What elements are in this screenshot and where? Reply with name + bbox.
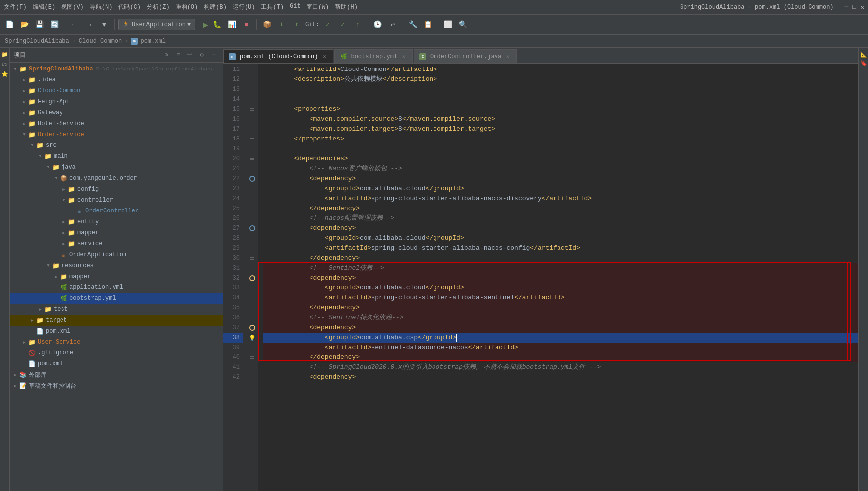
tab-pom-xml[interactable]: m pom.xml (Cloud-Common) ✕ [223, 49, 333, 63]
ln-34: 34 [223, 293, 243, 303]
tree-item-root-pom[interactable]: ▶ 📄 pom.xml [10, 358, 223, 369]
sync-button[interactable]: 🔄 [48, 18, 61, 31]
settings-gear-icon[interactable]: ⚙ [197, 50, 207, 60]
tree-item-target[interactable]: ▶ 📁 target [10, 315, 223, 326]
menu-help[interactable]: 帮助(H) [335, 3, 358, 11]
tree-item-order-app[interactable]: ▶ ☕ OrderApplication [10, 249, 223, 260]
tree-item-root[interactable]: ▼ 📁 SpringCloudAlibaba D:\GiteeWorkSpace… [10, 64, 223, 74]
tree-item-hotel[interactable]: ▶ 📁 Hotel-Service [10, 118, 223, 129]
breadcrumb-file[interactable]: m pom.xml [131, 38, 165, 45]
tree-item-gateway[interactable]: ▶ 📁 Gateway [10, 107, 223, 118]
breadcrumb-module[interactable]: Cloud-Common [79, 38, 122, 45]
tree-item-user[interactable]: ▶ 📁 User-Service [10, 337, 223, 348]
tree-item-java[interactable]: ▼ 📁 java [10, 162, 223, 173]
project-tool-icon[interactable]: 📁 [0, 50, 9, 59]
tab-order-controller[interactable]: C OrderController.java ✕ [414, 49, 517, 63]
menu-view[interactable]: 视图(V) [61, 3, 84, 11]
code-line-19 [263, 144, 858, 154]
tree-item-test[interactable]: ▶ 📁 test [10, 304, 223, 315]
breadcrumb-root[interactable]: SpringCloudAlibaba [5, 38, 69, 45]
menu-code[interactable]: 代码(C) [118, 3, 141, 11]
menu-file[interactable]: 文件(F) [4, 3, 27, 11]
tree-item-res-mapper[interactable]: ▶ 📁 mapper [10, 271, 223, 282]
tree-item-scratches[interactable]: ▶ 📝 草稿文件和控制台 [10, 380, 223, 391]
tree-item-external[interactable]: ▶ 📚 外部库 [10, 369, 223, 380]
tree-item-entity[interactable]: ▶ 📁 entity [10, 216, 223, 227]
ln-12: 12 [223, 74, 243, 84]
mapper-icon: 📁 [67, 229, 75, 237]
arrow-config: ▶ [61, 186, 67, 193]
tree-item-order-pom[interactable]: ▶ 📄 pom.xml [10, 326, 223, 337]
minimize-button[interactable]: ─ [845, 3, 849, 11]
save-button[interactable]: 💾 [33, 18, 46, 31]
tree-item-main[interactable]: ▼ 📁 main [10, 151, 223, 162]
menu-tools[interactable]: 工具(T) [261, 3, 284, 11]
new-file-button[interactable]: 📄 [3, 18, 16, 31]
menu-analyze[interactable]: 分析(Z) [147, 3, 170, 11]
update-project[interactable]: ⬇ [275, 18, 288, 31]
menu-git[interactable]: Git [290, 3, 301, 11]
open-button[interactable]: 📂 [18, 18, 31, 31]
menu-window[interactable]: 窗口(W) [307, 3, 329, 11]
minimize-panel-icon[interactable]: − [209, 50, 219, 60]
debug-button[interactable]: 🐛 [210, 18, 223, 31]
settings-button[interactable]: 🔧 [407, 18, 420, 31]
menu-build[interactable]: 构建(B) [204, 3, 227, 11]
run-with-coverage[interactable]: 📊 [225, 18, 238, 31]
menu-run[interactable]: 运行(U) [233, 3, 255, 11]
menu-nav[interactable]: 导航(N) [90, 3, 113, 11]
menu-edit[interactable]: 编辑(E) [33, 3, 56, 11]
collapse-icon[interactable]: ⩸ [185, 50, 195, 60]
right-bookmarks-icon[interactable]: 🔖 [859, 59, 868, 68]
add-icon[interactable]: ⊕ [161, 50, 171, 60]
tree-item-feign[interactable]: ▶ 📁 Feign-Api [10, 96, 223, 107]
git-check2[interactable]: ✓ [336, 18, 349, 31]
expand-all-icon[interactable]: ≡ [173, 50, 183, 60]
right-tool-icons: 📐 🔖 [858, 48, 868, 491]
view-button[interactable]: ⬜ [442, 18, 455, 31]
tree-item-idea[interactable]: ▶ 📁 .idea [10, 74, 223, 85]
run-button[interactable]: ▶ [203, 19, 208, 30]
run-config-selector[interactable]: 🏃 UserApplication ▼ [118, 19, 195, 30]
favorites-icon[interactable]: ⭐ [0, 70, 9, 78]
right-structure-icon[interactable]: 📐 [859, 50, 868, 59]
commit-button[interactable]: 📦 [260, 18, 273, 31]
stop-button[interactable]: ■ [240, 18, 253, 31]
tree-item-config[interactable]: ▶ 📁 config [10, 184, 223, 195]
tree-item-package[interactable]: ▼ 📦 com.yangcunle.order [10, 173, 223, 184]
tree-item-order[interactable]: ▼ 📁 Order-Service [10, 129, 223, 140]
tree-item-order-controller[interactable]: ▶ ☕ OrderController [10, 206, 223, 216]
maximize-button[interactable]: □ [852, 3, 856, 11]
target-icon: 📁 [36, 316, 44, 324]
structure-icon[interactable]: 🗂 [0, 60, 9, 69]
recent-button[interactable]: ▼ [98, 18, 111, 31]
git-push2[interactable]: ↑ [351, 18, 364, 31]
tab-java-close[interactable]: ✕ [504, 53, 511, 60]
push-button[interactable]: ⬆ [290, 18, 303, 31]
tree-item-cloud-common[interactable]: ▶ 📁 Cloud-Common [10, 85, 223, 96]
tab-yml-close[interactable]: ✕ [400, 53, 407, 60]
tasks-button[interactable]: 📋 [422, 18, 434, 31]
tree-item-application-yml[interactable]: ▶ 🌿 application.yml [10, 282, 223, 293]
tree-item-resources[interactable]: ▼ 📁 resources [10, 260, 223, 271]
arrow-src: ▼ [29, 142, 36, 149]
git-check[interactable]: ✓ [321, 18, 334, 31]
search-everywhere[interactable]: 🔍 [457, 18, 470, 31]
tree-item-service[interactable]: ▶ 📁 service [10, 238, 223, 249]
menu-bar[interactable]: 文件(F) 编辑(E) 视图(V) 导航(N) 代码(C) 分析(Z) 重构(O… [4, 3, 358, 11]
code-content[interactable]: <artifactId>Cloud-Common</artifactId> <d… [258, 64, 858, 491]
code-line-35: </dependency> [263, 303, 858, 313]
tree-item-controller[interactable]: ▼ 📁 controller [10, 195, 223, 206]
tree-item-src[interactable]: ▼ 📁 src [10, 140, 223, 151]
forward-button[interactable]: → [83, 18, 96, 31]
back-button[interactable]: ← [68, 18, 81, 31]
undo-button[interactable]: ↩ [386, 18, 399, 31]
tab-pom-close[interactable]: ✕ [321, 53, 328, 60]
tree-item-bootstrap-yml[interactable]: ▶ 🌿 bootstrap.yml [10, 293, 223, 304]
history-button[interactable]: 🕒 [372, 18, 384, 31]
tab-bootstrap-yml[interactable]: 🌿 bootstrap.yml ✕ [334, 49, 413, 63]
menu-refactor[interactable]: 重构(O) [176, 3, 198, 11]
tree-item-gitignore[interactable]: ▶ 🚫 .gitignore [10, 348, 223, 358]
close-button[interactable]: ✕ [860, 3, 864, 11]
tree-item-mapper[interactable]: ▶ 📁 mapper [10, 227, 223, 238]
